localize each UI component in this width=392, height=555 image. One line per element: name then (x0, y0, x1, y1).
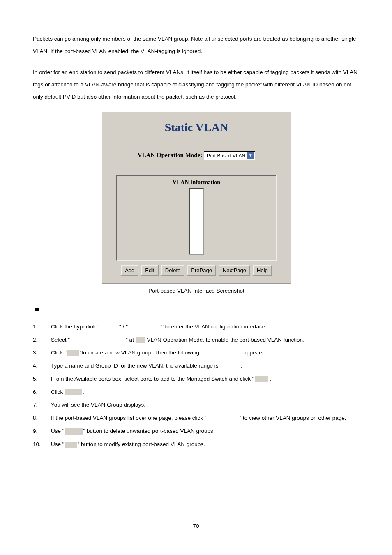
vlan-info-box: VLAN Information (116, 175, 277, 261)
step-item: 7.You will see the VLAN Group displays. (33, 401, 360, 409)
para-2: In order for an end station to send pack… (33, 66, 360, 103)
step-item: 5.From the Available ports box, select p… (33, 375, 360, 383)
nextpage-button[interactable]: NextPage (219, 265, 250, 276)
step-number: 6. (33, 388, 51, 396)
highlight-box (255, 376, 268, 382)
step-number: 7. (33, 401, 51, 409)
help-button[interactable]: Help (253, 265, 272, 276)
step-body: You will see the VLAN Group displays. (51, 401, 360, 409)
highlight-box (65, 428, 83, 435)
step-body: Use "" button to modify existing port-ba… (51, 440, 360, 449)
step-number: 1. (33, 323, 51, 331)
step-body: Type a name and Group ID for the new VLA… (51, 362, 360, 370)
highlight-box (65, 442, 77, 448)
vlan-info-listbox[interactable] (189, 188, 204, 255)
step-number: 10. (33, 440, 51, 449)
screenshot-title: Static VLAN (102, 116, 291, 150)
step-body: Use "" button to delete unwanted port-ba… (51, 427, 360, 435)
prepage-button[interactable]: PrePage (187, 265, 216, 276)
step-number: 2. (33, 336, 51, 344)
page-number: 70 (0, 522, 392, 530)
chevron-down-icon[interactable]: ▼ (247, 152, 254, 159)
highlight-box (65, 389, 82, 395)
step-body: Click . (51, 388, 360, 396)
step-item: 2.Select "" at VLAN Operation Mode, to e… (33, 336, 360, 344)
button-row: Add Edit Delete PrePage NextPage Help (102, 265, 291, 276)
vlan-mode-row: VLAN Operation Mode: Port Based VLAN ▼ (102, 150, 291, 174)
step-item: 10.Use "" button to modify existing port… (33, 440, 360, 449)
para-1: Packets can go among only members of the… (33, 33, 360, 57)
step-body: Click ""to create a new VLAN group. Then… (51, 349, 360, 357)
vlan-mode-value: Port Based VLAN (205, 152, 247, 160)
step-body: Select "" at VLAN Operation Mode, to ena… (51, 336, 360, 344)
step-item: 6.Click . (33, 388, 360, 396)
step-item: 8.If the port-based VLAN groups list ove… (33, 414, 360, 422)
screenshot-caption: Port-based VLAN Interface Screenshot (33, 287, 360, 295)
edit-button[interactable]: Edit (141, 265, 158, 276)
highlight-box (136, 337, 145, 343)
step-body: If the port-based VLAN groups list over … (51, 414, 360, 422)
step-number: 4. (33, 362, 51, 370)
highlight-box (67, 350, 79, 356)
bullet-square-icon (35, 308, 39, 311)
step-number: 8. (33, 414, 51, 422)
add-button[interactable]: Add (121, 265, 138, 276)
vlan-info-title: VLAN Information (117, 178, 276, 187)
step-item: 3.Click ""to create a new VLAN group. Th… (33, 349, 360, 357)
step-number: 9. (33, 427, 51, 435)
vlan-mode-select[interactable]: Port Based VLAN ▼ (204, 151, 255, 160)
step-number: 5. (33, 375, 51, 383)
vlan-mode-label: VLAN Operation Mode: (138, 152, 203, 158)
step-body: From the Available ports box, select por… (51, 375, 360, 383)
step-body: Click the hyperlink "" \ "" to enter the… (51, 323, 360, 331)
step-item: 1.Click the hyperlink "" \ "" to enter t… (33, 323, 360, 331)
delete-button[interactable]: Delete (161, 265, 185, 276)
embedded-screenshot: Static VLAN VLAN Operation Mode: Port Ba… (102, 112, 291, 284)
steps-list: 1.Click the hyperlink "" \ "" to enter t… (33, 323, 360, 449)
step-item: 4.Type a name and Group ID for the new V… (33, 362, 360, 370)
step-item: 9.Use "" button to delete unwanted port-… (33, 427, 360, 435)
step-number: 3. (33, 349, 51, 357)
